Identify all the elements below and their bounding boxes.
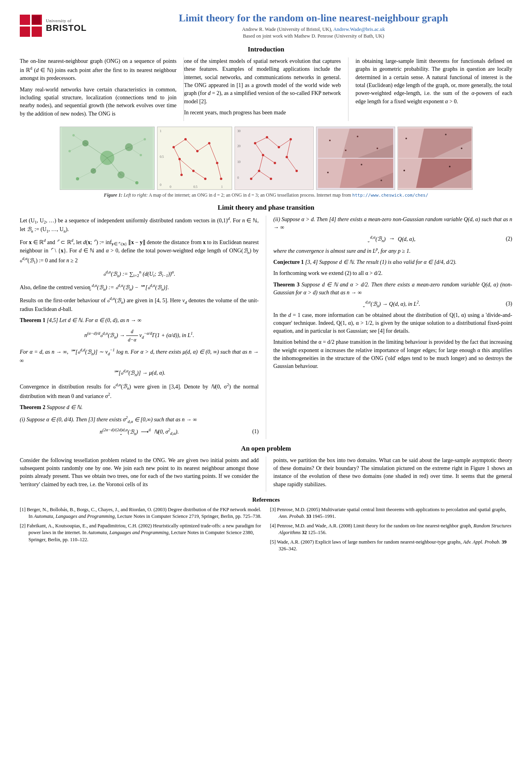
svg-text:0.5: 0.5 [160,155,164,159]
svg-text:30: 30 [237,129,240,133]
svg-rect-9 [32,15,40,24]
svg-rect-8 [32,27,40,35]
author-line: Andrew R. Wade (University of Bristol, U… [115,27,512,32]
header: University of BRISTOL Limit theory for t… [20,12,512,39]
svg-point-105 [445,134,447,135]
limit-theory-columns: Let (U1, U2, …) be a sequence of indepen… [20,216,512,439]
eq-number-1: (1) [252,428,259,435]
svg-point-99 [361,164,362,165]
introduction-heading: Introduction [20,45,512,53]
lt-para-2: For x ∈ ℝd and ⌜ ⊂ ℝd, let d(x; ⌜) := in… [20,237,259,265]
open-problem-heading: An open problem [20,445,512,453]
svg-point-27 [144,138,146,140]
intro-para-2: Many real-world networks have certain ch… [20,86,176,118]
lt-para-1: Let (U1, U2, …) be a sequence of indepen… [20,216,259,234]
figure-caption-style: Left to right: [123,192,148,198]
logo-text-area: University of BRISTOL [46,18,87,33]
conjecture1: Conjecture 1 [3, 4] Suppose d ∈ ℕ. The r… [273,258,512,266]
lt-d1-case: In the d = 1 case, more information can … [273,311,512,335]
eq-number-2: (2) [506,236,512,242]
lt-forthcoming: In forthcoming work we extend (2) to all… [273,269,512,277]
limit-col-left: Let (U1, U2, …) be a sequence of indepen… [20,216,266,439]
svg-point-25 [72,134,75,136]
references-heading: References [20,496,512,503]
figure-images: 1 0.5 0 0 0.5 1 [20,127,512,190]
intro-col-left: The on-line nearest-neighbour graph (ONG… [20,57,184,121]
bristol-logo-icon [20,15,42,37]
svg-point-100 [381,180,382,181]
intro-col-mid: one of the simplest models of spatial ne… [184,57,348,121]
thm1-eq2: ℠[ℴd,α(ℬn)] → μ(d, α). [20,368,259,378]
eq3-numbered: ̮d,α(ℬn) → Q(d, α), in L2. (3) [273,300,512,308]
svg-text:10: 10 [237,160,240,164]
svg-rect-10 [21,15,29,24]
logo-area: University of BRISTOL [20,15,115,37]
ref-item-1: [1] Berger, N., Bollobás, B., Borgs, C.,… [20,506,262,520]
svg-point-98 [327,172,329,173]
svg-rect-59 [235,127,312,189]
intro-para-5: in obtaining large-sample limit theorems… [356,57,512,106]
author-name: Andrew R. Wade (University of Bristol, U… [242,27,332,32]
figure-caption: Figure 1: Left to right: A map of the in… [20,192,512,198]
svg-text:0: 0 [170,185,171,189]
svg-point-26 [68,150,71,152]
title-area: Limit theory for the random on-line near… [115,12,512,39]
open-col-right: points, we partition the box into two do… [266,457,512,492]
intro-para-1: The on-line nearest-neighbour graph (ONG… [20,57,176,83]
svg-text:0: 0 [237,176,239,180]
thm2: Theorem 2 Suppose d ∈ ℕ. [20,404,259,411]
logo-university-label: University of [46,18,87,23]
open-problem-columns: Consider the following tessellation prob… [20,457,512,492]
svg-point-92 [377,148,378,149]
refs-col-right: [3] Penrose, M.D. (2005) Multivariate sp… [270,506,513,555]
references-section: [1] Berger, N., Bollobás, B., Borgs, C.,… [20,506,512,555]
eq-ong-def: ℴd,α(ℬn) := ∑i=2n (d(Ui; ℬi−1))α. [20,269,259,279]
lt-intuition: Intuition behind the α = d/2 phase trans… [273,338,512,370]
figure-internet-map [60,127,155,190]
eq2-numbered: ̮d,α(ℬn) → Q(d, α), (2) [273,235,512,243]
figure-ong-d3: 30 20 10 0 [235,127,314,190]
svg-text:0: 0 [160,183,161,187]
thm2i: (i) Suppose α ∈ (0, d/4). Then [3] there… [20,415,259,425]
svg-point-104 [405,138,407,139]
thm1-part2: For α = d, as n → ∞, ℠[ℴd,d(ℬn)] ∼ vd−1 … [20,347,259,365]
svg-text:1: 1 [221,185,223,189]
intro-para-3: one of the simplest models of spatial ne… [184,57,341,106]
svg-point-91 [357,136,358,137]
joint-work-line: Based on joint work with Mathew D. Penro… [115,33,512,39]
logo-bristol-label: BRISTOL [46,23,87,33]
svg-point-93 [345,150,346,151]
figure-tessellation-2 [398,127,473,190]
lt-para-3: Also, define the centred version ̮d,α(ℬn… [20,282,259,292]
introduction-columns: The on-line nearest-neighbour graph (ONG… [20,57,512,121]
svg-text:0.5: 0.5 [193,185,197,189]
thm2ii: (ii) Suppose α > d. Then [4] there exist… [273,216,512,232]
svg-text:1: 1 [160,129,161,133]
eq-number-3: (3) [506,301,512,307]
refs-col-left: [1] Berger, N., Bollobás, B., Borgs, C.,… [20,506,262,555]
thm1-eq1: n(α−d)/dℴd,α(ℬn) → dd−α vd−α/dΓ(1 + (α/d… [20,328,259,344]
author-email[interactable]: Andrew.Wade@bris.ac.uk [333,27,385,32]
eq1-numbered: n(2α−d)/(2d)̮d,α(ℬn) ⟶d ℕ(0, σ2d,α). (1) [20,428,259,436]
svg-point-110 [403,170,405,171]
svg-text:20: 20 [237,144,240,148]
thm3: Theorem 3 Suppose d ∈ ℕ and α > d/2. The… [273,281,512,297]
thm1: Theorem 1 [4,5] Let d ∈ ℕ. For α ∈ (0, d… [20,316,259,324]
op-para-1: Consider the following tessellation prob… [20,457,259,489]
ref-item-5: [5] Wade, A.R. (2007) Explicit laws of l… [270,539,513,553]
svg-point-111 [449,166,451,167]
svg-point-106 [461,148,462,149]
ref-list-left: [1] Berger, N., Bollobás, B., Borgs, C.,… [20,506,262,544]
svg-rect-7 [21,27,29,35]
svg-point-28 [140,154,142,156]
main-title: Limit theory for the random on-line near… [115,12,512,24]
ref-item-4: [4] Penrose, M.D. and Wade, A.R. (2008) … [270,523,513,536]
ref-item-3: [3] Penrose, M.D. (2005) Multivariate sp… [270,506,513,520]
figure-url[interactable]: http://www.cheswick.com/ches/ [352,193,428,198]
limit-theory-heading: Limit theory and phase transition [20,204,512,212]
figure-tessellation-1 [316,127,395,190]
figure-ong-d2: 1 0.5 0 0 0.5 1 [157,127,232,190]
limit-col-right: (ii) Suppose α > d. Then [4] there exist… [266,216,512,439]
ref-item-2: [2] Fabrikant, A., Koutsoupias, E., and … [20,523,262,544]
figure-caption-text: A map of the internet; an ONG in d = 2; … [149,192,351,198]
